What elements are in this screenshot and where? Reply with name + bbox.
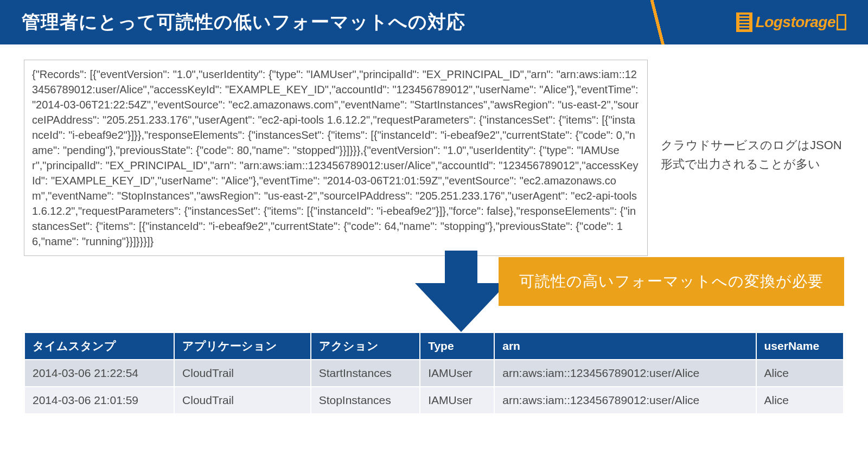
header-accent [646,0,667,44]
callout-box: 可読性の高いフォーマットへの変換が必要 [499,257,844,306]
json-raw-box: {"Records": [{"eventVersion": "1.0","use… [24,60,648,256]
col-type: Type [420,332,494,360]
logo-box-icon [837,14,846,30]
col-action: アクション [311,332,420,360]
table-row: 2014-03-06 21:01:59 CloudTrail StopInsta… [24,387,844,414]
col-application: アプリケーション [174,332,311,360]
svg-marker-0 [415,251,507,332]
col-arn: arn [494,332,756,360]
log-table: タイムスタンプ アプリケーション アクション Type arn userName… [24,332,844,414]
col-username: userName [756,332,844,360]
col-timestamp: タイムスタンプ [24,332,174,360]
side-note: クラウドサービスのログはJSON形式で出力されることが多い [661,136,844,174]
slide-header: 管理者にとって可読性の低いフォーマットへの対応 Logstorage [0,0,868,44]
logo: Logstorage [736,12,846,32]
logo-text: Logstorage [756,14,835,31]
table-row: 2014-03-06 21:22:54 CloudTrail StartInst… [24,360,844,387]
logo-icon [736,12,752,32]
slide-title: 管理者にとって可読性の低いフォーマットへの対応 [22,10,465,35]
arrow-down-icon [415,251,507,332]
